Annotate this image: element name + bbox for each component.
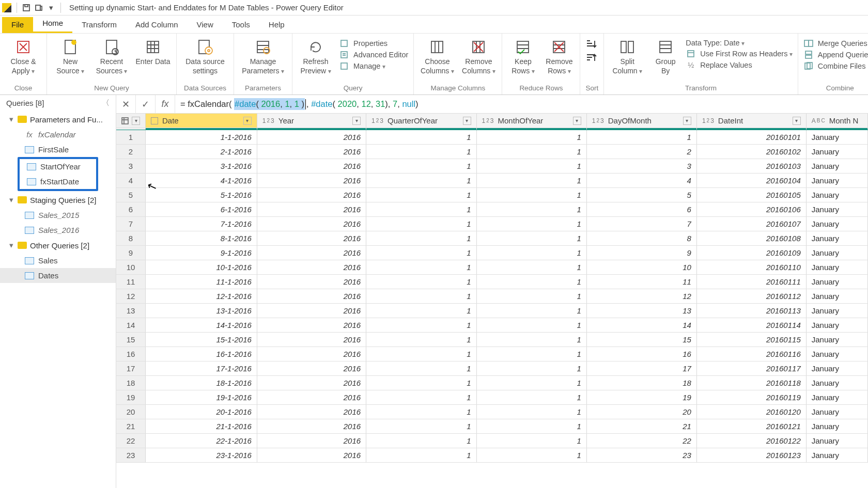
table-row[interactable]: 1414-1-20162016111420160114January bbox=[116, 318, 868, 333]
advanced-editor-button[interactable]: Advanced Editor bbox=[339, 50, 408, 59]
column-header-monthname[interactable]: ABCMonth N bbox=[806, 114, 867, 128]
manage-button[interactable]: Manage bbox=[339, 61, 408, 71]
table-row[interactable]: 2323-1-20162016112320160123January bbox=[116, 448, 868, 463]
data-source-settings-button[interactable]: Data source settings bbox=[182, 36, 228, 75]
fx-icon[interactable]: fx bbox=[156, 95, 175, 114]
column-header-day[interactable]: 123DayOfMonth▾ bbox=[586, 114, 696, 128]
svg-rect-17 bbox=[341, 63, 347, 69]
append-queries-button[interactable]: Append Queries bbox=[803, 50, 868, 59]
manage-parameters-button[interactable]: Manage Parameters bbox=[239, 36, 287, 75]
qat-dropdown[interactable]: ▾ bbox=[45, 2, 57, 14]
svg-rect-18 bbox=[431, 41, 443, 53]
table-row[interactable]: 66-1-2016201611620160106January bbox=[116, 202, 868, 217]
table-row[interactable]: 1717-1-20162016111720160117January bbox=[116, 361, 868, 376]
svg-rect-28 bbox=[805, 51, 812, 54]
tab-help[interactable]: Help bbox=[259, 17, 294, 33]
formula-input[interactable]: = fxCalendar( #date( 2016, 1, 1 ), #date… bbox=[175, 98, 868, 110]
queries-pane: Queries [8] 〈 ▾Parameters and Fu... fxfx… bbox=[0, 95, 116, 488]
query-sales[interactable]: Sales bbox=[0, 253, 116, 268]
tab-tools[interactable]: Tools bbox=[223, 17, 259, 33]
save-button[interactable] bbox=[20, 2, 33, 14]
sort-asc-button[interactable] bbox=[585, 39, 597, 51]
table-row[interactable]: 2222-1-20162016112220160122January bbox=[116, 434, 868, 448]
column-header-quarter[interactable]: 123QuarterOfYear▾ bbox=[366, 114, 477, 128]
table-row[interactable]: 1313-1-20162016111320160113January bbox=[116, 304, 868, 318]
refresh-preview-button[interactable]: Refresh Preview bbox=[298, 36, 334, 75]
data-grid[interactable]: ↖ ▾ Date▾ 123Year▾ 123QuarterOfYear▾ 123… bbox=[116, 114, 868, 488]
group-label-reducerows: Reduce Rows bbox=[507, 83, 575, 93]
table-row[interactable]: 33-1-2016201611320160103January bbox=[116, 159, 868, 174]
query-group-staging[interactable]: ▾Staging Queries [2] bbox=[0, 192, 116, 208]
tab-file[interactable]: File bbox=[2, 17, 33, 33]
table-row[interactable]: 88-1-2016201611820160108January bbox=[116, 231, 868, 246]
query-startofyear[interactable]: StartOfYear bbox=[20, 159, 96, 174]
column-header-year[interactable]: 123Year▾ bbox=[257, 114, 366, 128]
group-label-newquery: New Query bbox=[52, 83, 171, 93]
split-column-button[interactable]: Split Column bbox=[609, 36, 645, 75]
column-header-date[interactable]: Date▾ bbox=[146, 114, 257, 128]
formula-commit-button[interactable]: ✓ bbox=[136, 95, 156, 114]
recent-sources-button[interactable]: Recent Sources bbox=[94, 36, 130, 75]
table-row[interactable]: 1818-1-20162016111820160118January bbox=[116, 376, 868, 390]
table-row[interactable]: 55-1-2016201611520160105January bbox=[116, 188, 868, 202]
group-label-combine: Combine bbox=[803, 83, 868, 93]
table-row[interactable]: 1111-1-20162016111120160111January bbox=[116, 275, 868, 289]
close-apply-button[interactable]: Close & Apply bbox=[5, 36, 41, 75]
query-dates[interactable]: Dates bbox=[0, 268, 116, 283]
tab-view[interactable]: View bbox=[188, 17, 223, 33]
table-row[interactable]: 11-1-2016201611120160101January bbox=[116, 130, 868, 145]
svg-rect-25 bbox=[688, 51, 694, 57]
group-label-close: Close bbox=[5, 83, 41, 93]
undo-button[interactable] bbox=[33, 2, 45, 14]
collapse-pane-icon[interactable]: 〈 bbox=[102, 98, 110, 108]
tab-transform[interactable]: Transform bbox=[72, 17, 126, 33]
table-row[interactable]: 22-1-2016201611220160102January bbox=[116, 145, 868, 159]
svg-rect-27 bbox=[809, 40, 813, 46]
tab-home[interactable]: Home bbox=[33, 15, 72, 33]
merge-queries-button[interactable]: Merge Queries bbox=[803, 39, 868, 48]
data-type-button[interactable]: Data Type: Date bbox=[686, 39, 793, 47]
svg-rect-26 bbox=[804, 40, 809, 46]
remove-columns-button[interactable]: Remove Columns bbox=[460, 36, 497, 75]
first-row-headers-button[interactable]: Use First Row as Headers bbox=[686, 49, 793, 58]
row-header-corner[interactable]: ▾ bbox=[116, 114, 146, 128]
remove-rows-button[interactable]: Remove Rows bbox=[544, 36, 575, 75]
group-label-managecols: Manage Columns bbox=[419, 83, 497, 93]
query-sales-2016[interactable]: Sales_2016 bbox=[0, 223, 116, 238]
table-row[interactable]: 2020-1-20162016112020160120January bbox=[116, 405, 868, 419]
properties-button[interactable]: Properties bbox=[339, 39, 408, 48]
enter-data-button[interactable]: Enter Data bbox=[135, 36, 171, 67]
choose-columns-button[interactable]: Choose Columns bbox=[419, 36, 455, 75]
table-row[interactable]: 1010-1-20162016111020160110January bbox=[116, 260, 868, 275]
sort-desc-button[interactable] bbox=[585, 53, 597, 65]
group-by-button[interactable]: Group By bbox=[650, 36, 680, 75]
replace-values-button[interactable]: ½Replace Values bbox=[686, 60, 793, 70]
svg-point-6 bbox=[72, 40, 76, 44]
svg-rect-0 bbox=[23, 5, 29, 11]
formula-cancel-button[interactable]: ✕ bbox=[116, 95, 136, 114]
query-firstsale[interactable]: FirstSale bbox=[0, 142, 116, 157]
table-row[interactable]: 2121-1-20162016112120160121January bbox=[116, 419, 868, 434]
table-row[interactable]: 99-1-2016201611920160109January bbox=[116, 246, 868, 260]
column-header-month[interactable]: 123MonthOfYear▾ bbox=[476, 114, 586, 128]
query-group-other[interactable]: ▾Other Queries [2] bbox=[0, 238, 116, 253]
table-row[interactable]: 1515-1-20162016111520160115January bbox=[116, 333, 868, 347]
query-fxstartdate[interactable]: fxStartDate bbox=[20, 174, 96, 189]
table-row[interactable]: 44-1-2016201611420160104January bbox=[116, 174, 868, 188]
keep-rows-button[interactable]: Keep Rows bbox=[507, 36, 538, 75]
table-row[interactable]: 1919-1-20162016111920160119January bbox=[116, 390, 868, 405]
table-row[interactable]: 1212-1-20162016111220160112January bbox=[116, 289, 868, 304]
table-row[interactable]: 77-1-2016201611720160107January bbox=[116, 217, 868, 231]
combine-files-button[interactable]: Combine Files bbox=[803, 61, 868, 71]
table-row[interactable]: 1616-1-20162016111620160116January bbox=[116, 347, 868, 361]
query-fxcalendar[interactable]: fxfxCalendar bbox=[0, 127, 116, 142]
formula-bar: ✕ ✓ fx = fxCalendar( #date( 2016, 1, 1 )… bbox=[116, 95, 868, 114]
column-header-dateint[interactable]: 123DateInt▾ bbox=[696, 114, 806, 128]
app-icon bbox=[2, 3, 11, 12]
query-group-parameters[interactable]: ▾Parameters and Fu... bbox=[0, 112, 116, 127]
svg-rect-32 bbox=[122, 118, 128, 124]
svg-point-11 bbox=[205, 47, 212, 54]
new-source-button[interactable]: New Source bbox=[52, 36, 88, 75]
tab-add-column[interactable]: Add Column bbox=[126, 17, 188, 33]
query-sales-2015[interactable]: Sales_2015 bbox=[0, 208, 116, 223]
